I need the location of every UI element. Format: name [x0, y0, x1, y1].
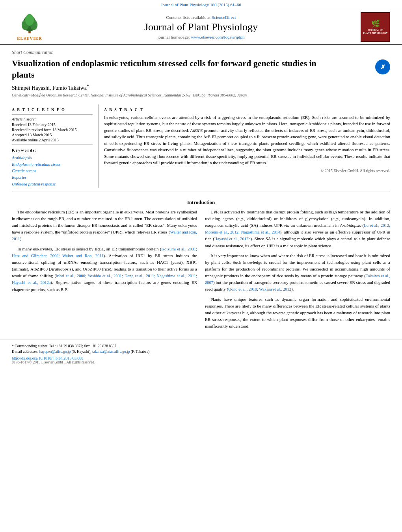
kw-reporter: Reporter	[12, 174, 93, 181]
info-divider-mid	[12, 145, 93, 145]
intro-para2: In many eukaryotes, ER stress is sensed …	[12, 246, 197, 293]
abstract-text: In eukaryotes, various cellular events a…	[104, 114, 390, 166]
affiliation: Genetically Modified Organism Research C…	[12, 93, 371, 97]
abstract-title: A B S T R A C T	[104, 108, 390, 112]
article-top: Short Communication Visualization of end…	[0, 45, 402, 101]
intro-para-right3: Plants have unique features such as dyna…	[205, 296, 390, 330]
intro-para-right1: UPR is activated by treatments that disr…	[205, 209, 390, 249]
email1-name: (S. Hayashi),	[72, 350, 91, 354]
kw-genetic-screen: Genetic screen	[12, 168, 93, 174]
journal-logo-right: 🌿 JOURNAL OFPLANT PHYSIOLOGY	[355, 12, 390, 42]
author-names: Shimpei Hayashi, Fumio Takaiwa	[12, 85, 87, 91]
article-info-title: A R T I C L E I N F O	[12, 108, 93, 112]
doi-link[interactable]: http://dx.doi.org/10.1016/j.jplph.2015.0…	[12, 356, 83, 360]
homepage-link[interactable]: www.elsevier.com/locate/jplph	[191, 35, 244, 39]
revised-date: Received in revised form 13 March 2015	[12, 128, 93, 132]
logo-text: JOURNAL OFPLANT PHYSIOLOGY	[363, 29, 387, 35]
email-label: E-mail addresses:	[12, 350, 38, 354]
journal-logo-box: 🌿 JOURNAL OFPLANT PHYSIOLOGY	[361, 12, 390, 42]
article-history-label: Article history:	[12, 117, 93, 121]
footnote-text: * Corresponding author. Tel.: +81 29 838…	[12, 343, 390, 355]
email2-link[interactable]: takaiwa@nias.affrc.go.jp	[92, 350, 130, 354]
homepage-label: journal homepage:	[157, 35, 190, 39]
received-date: Received 13 February 2015	[12, 122, 93, 127]
journal-title-header: Journal of Plant Physiology	[47, 21, 355, 33]
kw-er-stress: Endoplasmic reticulum stress	[12, 161, 93, 168]
contents-label: Contents lists available at	[166, 15, 210, 20]
email1-link[interactable]: hayapen@affrc.go.jp	[39, 350, 71, 354]
body-columns: The endoplasmic reticulum (ER) is an imp…	[0, 209, 402, 333]
abstract-right: A B S T R A C T In eukaryotes, various c…	[99, 104, 390, 188]
keywords-title: Keywords:	[12, 148, 93, 152]
article-info-columns: A R T I C L E I N F O Article history: R…	[0, 104, 402, 188]
copyright-line: © 2015 Elsevier GmbH. All rights reserve…	[104, 169, 390, 173]
introduction-heading-section: Introduction	[0, 195, 402, 206]
svg-point-4	[25, 14, 34, 26]
intro-para-right2: It is very important to know when and wh…	[205, 252, 390, 293]
footer-doi: http://dx.doi.org/10.1016/j.jplph.2015.0…	[12, 356, 390, 360]
kw-upr: Unfolded protein response	[12, 181, 93, 188]
email2-name: (F. Takaiwa).	[131, 350, 151, 354]
crossmark-icon: ✗	[380, 63, 385, 71]
info-divider-top	[12, 114, 93, 115]
intro-para1: The endoplasmic reticulum (ER) is an imp…	[12, 209, 197, 243]
elsevier-tree-icon	[18, 13, 41, 35]
kw-arabidopsis: Arabidopsis	[12, 155, 93, 161]
keywords-list: Arabidopsis Endoplasmic reticulum stress…	[12, 155, 93, 188]
header-section: ELSEVIER Contents lists available at Sci…	[0, 8, 402, 45]
elsevier-label: ELSEVIER	[17, 36, 42, 41]
journal-citation: Journal of Plant Physiology 180 (2015) 6…	[161, 2, 241, 7]
page-wrapper: Journal of Plant Physiology 180 (2015) 6…	[0, 0, 402, 532]
sciencedirect-link[interactable]: ScienceDirect	[212, 15, 236, 20]
article-info-left: A R T I C L E I N F O Article history: R…	[12, 104, 99, 188]
page-footer: * Corresponding author. Tel.: +81 29 838…	[0, 339, 402, 369]
crossmark-badge: ✗	[375, 59, 390, 74]
journal-homepage: journal homepage: www.elsevier.com/locat…	[47, 35, 355, 39]
journal-top-bar: Journal of Plant Physiology 180 (2015) 6…	[0, 0, 402, 8]
article-authors: Shimpei Hayashi, Fumio Takaiwa*	[12, 83, 371, 91]
footer-issn: 0176-1617/© 2015 Elsevier GmbH. All righ…	[12, 360, 390, 364]
short-comm-label: Short Communication	[12, 50, 390, 56]
introduction-heading: Introduction	[12, 199, 390, 206]
available-date: Available online 2 April 2015	[12, 138, 93, 142]
star-note: * Corresponding author. Tel.: +81 29 838…	[12, 344, 117, 348]
body-left: The endoplasmic reticulum (ER) is an imp…	[12, 209, 197, 333]
accepted-date: Accepted 13 March 2015	[12, 133, 93, 137]
article-main-title: Visualization of endoplasmic reticulum s…	[12, 58, 319, 80]
body-divider	[12, 191, 390, 191]
elsevier-logo: ELSEVIER	[12, 13, 47, 41]
leaf-icon: 🌿	[371, 19, 380, 28]
title-area: Visualization of endoplasmic reticulum s…	[12, 58, 371, 101]
header-center: Contents lists available at ScienceDirec…	[47, 15, 355, 39]
author-star: *	[87, 83, 89, 88]
body-right: UPR is activated by treatments that disr…	[205, 209, 390, 333]
contents-line: Contents lists available at ScienceDirec…	[47, 15, 355, 20]
crossmark-area: Visualization of endoplasmic reticulum s…	[12, 58, 390, 101]
